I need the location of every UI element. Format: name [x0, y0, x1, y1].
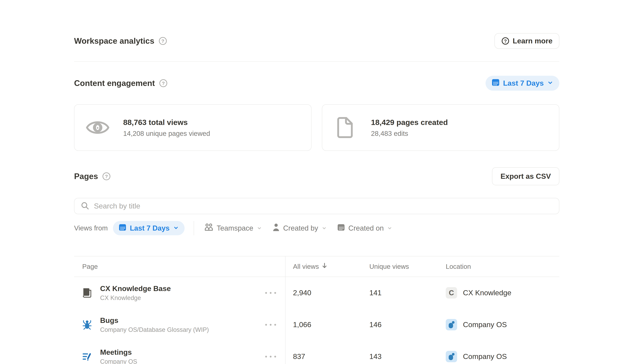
learn-more-label: Learn more	[513, 37, 552, 45]
all-views-value: 837	[293, 352, 305, 361]
unique-pages-viewed-value: 14,208 unique pages viewed	[123, 130, 210, 137]
content-engagement-header: Content engagement ? Last 7 Days	[74, 75, 559, 92]
column-header-page: Page	[74, 263, 285, 270]
chevron-down-icon	[322, 224, 327, 232]
views-date-range-dropdown[interactable]: Last 7 Days	[113, 221, 185, 235]
teamspace-icon	[205, 223, 213, 233]
location-cell[interactable]: C CX Knowledge	[438, 287, 559, 299]
column-header-all-views[interactable]: All views	[285, 262, 362, 270]
learn-more-button[interactable]: ? Learn more	[494, 33, 559, 49]
calendar-icon	[337, 224, 345, 233]
bug-icon	[82, 320, 92, 330]
total-views-text: 88,763 total views 14,208 unique pages v…	[123, 118, 210, 137]
page-subtitle: Company OS/Database Glossary (WIP)	[100, 326, 209, 333]
pages-section-header: Pages ? Export as CSV	[74, 167, 559, 185]
more-options-icon[interactable]	[265, 324, 276, 326]
teamspace-filter[interactable]: Teamspace	[205, 223, 262, 233]
calendar-icon	[119, 224, 126, 233]
section-divider	[74, 61, 559, 62]
svg-text:?: ?	[105, 174, 108, 179]
chevron-down-icon	[387, 224, 392, 232]
engagement-title: Content engagement	[74, 78, 155, 88]
engagement-title-group: Content engagement ?	[74, 78, 168, 88]
all-views-value: 1,066	[293, 320, 311, 329]
created-by-label: Created by	[283, 224, 318, 232]
export-csv-button[interactable]: Export as CSV	[492, 167, 559, 185]
meetings-icon	[82, 352, 92, 361]
created-by-filter[interactable]: Created by	[273, 223, 327, 233]
page-header: Workspace analytics ? ? Learn more	[74, 32, 559, 50]
calendar-icon	[492, 78, 499, 88]
page-cell: Bugs Company OS/Database Glossary (WIP)	[74, 316, 285, 333]
page-cell: Meetings Company OS	[74, 348, 285, 364]
location-letter-badge: C	[446, 287, 457, 299]
stat-cards: 88,763 total views 14,208 unique pages v…	[74, 104, 559, 151]
column-header-page-label: Page	[82, 263, 98, 270]
pages-title: Pages	[74, 172, 98, 181]
location-name: Company OS	[463, 352, 507, 361]
pages-table: Page All views Unique views Location	[74, 256, 559, 364]
chevron-down-icon	[173, 224, 179, 232]
date-range-dropdown[interactable]: Last 7 Days	[486, 76, 559, 91]
column-header-all-views-label: All views	[293, 263, 319, 270]
eye-icon	[85, 118, 110, 137]
svg-text:?: ?	[161, 38, 164, 44]
location-cell[interactable]: Company OS	[438, 319, 559, 330]
created-on-label: Created on	[348, 224, 384, 232]
help-icon[interactable]: ?	[159, 79, 168, 87]
location-cell[interactable]: Company OS	[438, 351, 559, 362]
table-row[interactable]: Meetings Company OS 837 143 Company OS	[74, 341, 559, 364]
help-circle-icon: ?	[501, 37, 509, 45]
page-icon	[333, 117, 358, 138]
page-title-link[interactable]: Meetings	[100, 348, 137, 357]
company-os-logo-badge	[446, 351, 457, 362]
total-views-value: 88,763 total views	[123, 118, 210, 127]
column-header-unique-views[interactable]: Unique views	[362, 263, 438, 270]
unique-views-value: 141	[369, 289, 382, 297]
views-date-range-label: Last 7 Days	[130, 224, 170, 232]
book-icon	[82, 288, 92, 298]
views-from-label: Views from	[74, 224, 108, 232]
pages-title-group: Pages ?	[74, 172, 111, 181]
table-header-row: Page All views Unique views Location	[74, 256, 559, 277]
column-header-location: Location	[438, 263, 559, 270]
pages-created-card: 18,429 pages created 28,483 edits	[322, 104, 559, 151]
location-name: Company OS	[463, 320, 507, 329]
unique-views-value: 146	[369, 320, 382, 329]
page-cell: CX Knowledge Base CX Knowledge	[74, 284, 285, 301]
page-subtitle: CX Knowledge	[100, 294, 171, 301]
chevron-down-icon	[547, 79, 553, 87]
page-title-link[interactable]: Bugs	[100, 316, 209, 325]
search-input[interactable]	[94, 202, 553, 210]
company-os-logo-badge	[446, 319, 457, 330]
workspace-analytics-page: Workspace analytics ? ? Learn more Conte…	[0, 0, 624, 364]
help-icon[interactable]: ?	[102, 172, 111, 181]
location-name: CX Knowledge	[463, 289, 511, 297]
date-range-label: Last 7 Days	[503, 79, 544, 87]
table-row[interactable]: CX Knowledge Base CX Knowledge 2,940 141…	[74, 277, 559, 309]
column-header-location-label: Location	[446, 263, 471, 270]
filter-row: Views from Last 7 Days Teamspace Cr	[74, 221, 559, 235]
all-views-value: 2,940	[293, 289, 311, 297]
page-text: Meetings Company OS	[100, 348, 137, 364]
svg-text:?: ?	[504, 39, 507, 44]
search-bar	[74, 198, 559, 214]
page-text: CX Knowledge Base CX Knowledge	[100, 284, 171, 301]
pages-created-value: 18,429 pages created	[371, 118, 448, 127]
page-title-link[interactable]: CX Knowledge Base	[100, 284, 171, 293]
search-icon	[81, 201, 89, 211]
table-row[interactable]: Bugs Company OS/Database Glossary (WIP) …	[74, 309, 559, 341]
export-csv-label: Export as CSV	[500, 172, 551, 181]
created-on-filter[interactable]: Created on	[337, 224, 392, 233]
edits-value: 28,483 edits	[371, 130, 448, 137]
more-options-icon[interactable]	[265, 292, 276, 294]
sort-descending-icon	[322, 262, 327, 270]
person-icon	[273, 223, 280, 233]
pages-created-text: 18,429 pages created 28,483 edits	[371, 118, 448, 137]
page-text: Bugs Company OS/Database Glossary (WIP)	[100, 316, 209, 333]
help-icon[interactable]: ?	[158, 37, 167, 45]
unique-views-value: 143	[369, 352, 382, 361]
filter-separator	[194, 221, 194, 235]
page-title-group: Workspace analytics ?	[74, 36, 167, 46]
more-options-icon[interactable]	[265, 356, 276, 358]
